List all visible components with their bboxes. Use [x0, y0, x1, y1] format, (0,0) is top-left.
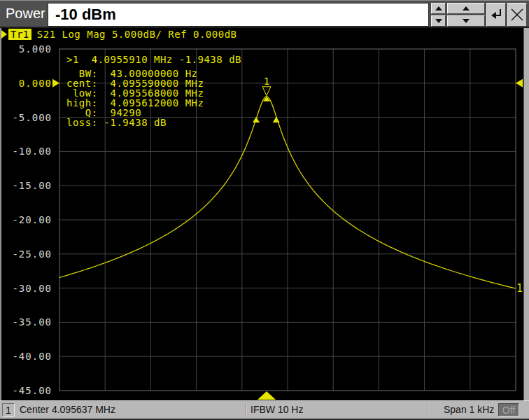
- status-divider: [245, 403, 246, 417]
- y-axis-label: 5.000: [0, 44, 52, 54]
- y-axis-label: -15.00: [0, 181, 52, 190]
- y-axis-label: -10.00: [0, 146, 52, 156]
- y-axis-label: -35.00: [0, 317, 52, 327]
- readout-row: BW: 43.00000000 Hz: [66, 69, 204, 78]
- bw-marker-low: [253, 117, 260, 122]
- y-axis-label: -45.00: [0, 386, 52, 396]
- trigger-off-badge: Off: [498, 403, 519, 416]
- status-span: Span 1 kHz: [444, 404, 494, 415]
- channel-number-box: 1: [2, 403, 15, 416]
- y-axis-label: -25.00: [0, 249, 52, 259]
- status-ifbw: IFBW 10 Hz: [251, 404, 303, 415]
- readout-row: loss: -1.9438 dB: [66, 118, 204, 127]
- readout-row: high: 4.095612000 MHz: [66, 98, 204, 108]
- marker-stimulus-triangle[interactable]: [258, 391, 276, 400]
- status-center-frequency: Center 4.095637 MHz: [20, 404, 115, 415]
- y-axis-label: -20.00: [0, 215, 52, 225]
- y-axis-ref-label: 0.000: [0, 78, 52, 88]
- ref-level-triangle-right: [516, 79, 523, 88]
- trace-end-label: 1: [516, 282, 523, 295]
- bandwidth-readout: BW: 43.00000000 Hzcent: 4.095590000 MHz …: [66, 69, 204, 127]
- vna-screen: Power -10 dBm Tr1 S21 Log Mag 5.000dB/ R…: [0, 0, 529, 420]
- readout-row: cent: 4.095590000 MHz: [66, 78, 204, 88]
- y-axis-label: -40.00: [0, 351, 52, 361]
- marker-readout-line: >1 4.0955910 MHz -1.9438 dB: [66, 55, 241, 64]
- y-axis-label: -5.000: [0, 113, 52, 122]
- y-axis-label: -30.00: [0, 284, 52, 293]
- readout-row: Q: 94290: [66, 108, 204, 118]
- marker-1-symbol[interactable]: [262, 87, 271, 96]
- status-divider: [427, 403, 428, 417]
- marker-1-label[interactable]: 1: [264, 76, 269, 87]
- readout-row: low: 4.095568000 MHz: [66, 88, 204, 98]
- status-bar: 1 Center 4.095637 MHz IFBW 10 Hz Span 1 …: [0, 400, 529, 420]
- ref-level-triangle-left: [52, 79, 59, 88]
- bw-marker-high: [273, 117, 280, 122]
